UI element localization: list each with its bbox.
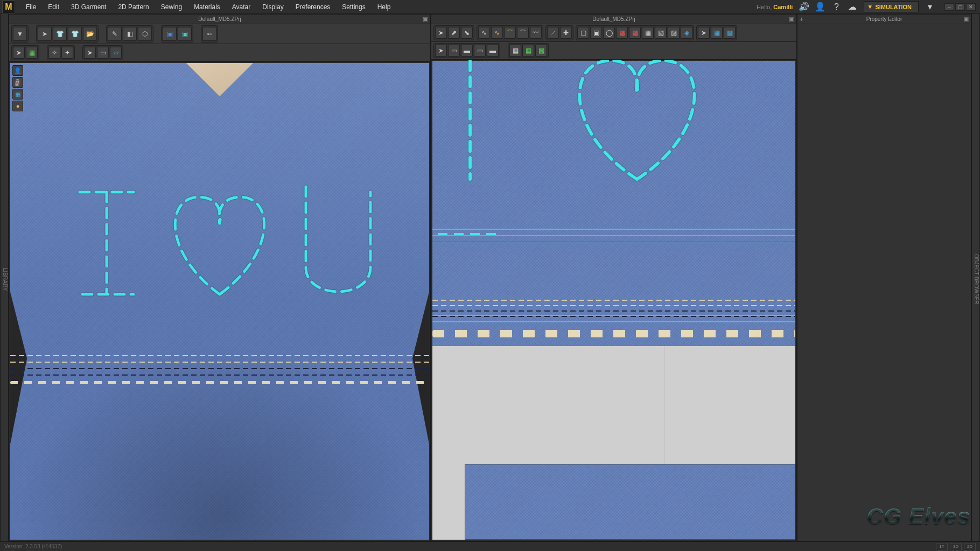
app-logo: M: [2, 1, 15, 13]
grid-line: [664, 346, 664, 464]
curve-icon[interactable]: ∿: [478, 27, 490, 39]
grid-green-icon[interactable]: ▦: [26, 47, 38, 59]
viewport-3d[interactable]: 👤 🗿 ▦ ●: [9, 62, 430, 541]
curve5-icon[interactable]: 〰: [530, 27, 542, 39]
menubar: M File Edit 3D Garment 2D Pattern Sewing…: [0, 0, 980, 14]
avatar-tool-icon[interactable]: ⬡: [138, 27, 152, 41]
box-blue-icon[interactable]: ▣: [163, 27, 177, 41]
simulation-button[interactable]: ▾ SIMULATION: [864, 1, 919, 12]
status-btn-2d[interactable]: 2D: [964, 543, 976, 550]
folder-open-icon[interactable]: 📂: [83, 27, 97, 41]
stitch-text: [64, 181, 376, 310]
tex2-icon[interactable]: ▩: [724, 27, 736, 39]
status-btn-1t[interactable]: 1T: [936, 543, 948, 550]
pattern1-icon[interactable]: ▩: [616, 27, 628, 39]
grid-c-icon[interactable]: ▩: [535, 45, 547, 56]
seam3-icon[interactable]: ▭: [474, 45, 486, 56]
plane-icon[interactable]: ▱: [110, 47, 122, 59]
sel2-icon[interactable]: ➤: [435, 45, 447, 56]
panel-prop-menu-icon[interactable]: ▣: [963, 16, 969, 23]
pattern-piece-bottom: [465, 464, 795, 540]
point-icon[interactable]: ⟋: [547, 27, 559, 39]
guide-line: [432, 315, 795, 316]
panel-property-title: + Property Editor ▣: [797, 15, 971, 24]
garment-pink-icon[interactable]: 👕: [68, 27, 82, 41]
menu-avatar[interactable]: Avatar: [227, 1, 256, 13]
pattern2-icon[interactable]: ▩: [629, 27, 641, 39]
arrow-select-icon[interactable]: ➤: [38, 27, 52, 41]
menu-edit[interactable]: Edit: [43, 1, 65, 13]
pin-icon[interactable]: ➳: [202, 27, 216, 41]
add-tab-icon[interactable]: +: [800, 16, 803, 23]
pattern4-icon[interactable]: ▧: [655, 27, 667, 39]
guide-line: [432, 235, 795, 236]
menu-materials[interactable]: Materials: [188, 1, 226, 13]
menu-3d-garment[interactable]: 3D Garment: [66, 1, 111, 13]
save-icon[interactable]: ▼: [13, 27, 27, 41]
curve4-icon[interactable]: ⌒: [517, 27, 529, 39]
library-tab[interactable]: LIBRARY: [0, 14, 9, 541]
sheet-icon[interactable]: ▭: [97, 47, 109, 59]
menu-file[interactable]: File: [20, 1, 41, 13]
menu-2d-pattern[interactable]: 2D Pattern: [113, 1, 154, 13]
user-icon[interactable]: 👤: [815, 2, 825, 12]
cursor-icon[interactable]: ➤: [84, 47, 96, 59]
object-browser-tab[interactable]: OBJECT BROWSER: [971, 14, 980, 541]
avatar-head-icon[interactable]: 🗿: [12, 77, 23, 88]
grid-a-icon[interactable]: ▦: [509, 45, 521, 56]
pattern-big-stitch: [432, 330, 795, 337]
light2-icon[interactable]: ✦: [61, 47, 73, 59]
arrow-r-icon[interactable]: ➤: [698, 27, 710, 39]
point2-icon[interactable]: ✚: [560, 27, 572, 39]
dropdown-icon[interactable]: ▾: [925, 2, 935, 12]
window-minimize-button[interactable]: –: [944, 3, 954, 11]
light-icon[interactable]: ✧: [48, 47, 60, 59]
seam2-icon[interactable]: ▬: [461, 45, 473, 56]
menu-help[interactable]: Help: [372, 1, 396, 13]
seam4-icon[interactable]: ▬: [487, 45, 499, 56]
eraser-icon[interactable]: ◧: [123, 27, 137, 41]
main-area: LIBRARY Default_MD5.ZPrj ▣ ▼ ➤ 👕 👕 📂 ✎: [0, 14, 980, 541]
box-cyan-icon[interactable]: ▣: [178, 27, 192, 41]
viewport-2d[interactable]: [431, 60, 796, 541]
toolbar-3d-row1: ▼ ➤ 👕 👕 📂 ✎ ◧ ⬡ ▣ ▣: [9, 24, 430, 44]
chevron-down-icon: ▾: [869, 3, 872, 10]
grid-b-icon[interactable]: ▦: [522, 45, 534, 56]
pattern3-icon[interactable]: ▦: [642, 27, 654, 39]
arrow-icon[interactable]: ➤: [435, 27, 447, 39]
help-icon[interactable]: ?: [831, 2, 841, 12]
avatar-show-icon[interactable]: 👤: [12, 65, 23, 76]
face-icon[interactable]: ●: [12, 101, 23, 111]
curve3-icon[interactable]: ⌒: [504, 27, 516, 39]
panel-3d-menu-icon[interactable]: ▣: [423, 16, 428, 23]
garment-green-icon[interactable]: 👕: [53, 27, 67, 41]
arrow3-icon[interactable]: ⬊: [461, 27, 473, 39]
guide-line: [432, 229, 795, 230]
select-icon[interactable]: ➤: [13, 47, 25, 59]
curve2-icon[interactable]: ∿: [491, 27, 503, 39]
version-label: Version: 2.3.53 (r14537): [4, 543, 62, 549]
window-close-button[interactable]: ✕: [966, 3, 976, 11]
sound-icon[interactable]: 🔊: [799, 2, 809, 12]
status-btn-3d[interactable]: 3D: [950, 543, 962, 550]
hello-label: Hello, Camilli: [757, 4, 793, 10]
toolbar-3d-row2: ➤ ▦ ✧ ✦ ➤ ▭ ▱: [9, 44, 430, 62]
diamond-icon[interactable]: ◈: [681, 27, 692, 39]
community-icon[interactable]: ☁: [848, 2, 857, 12]
menu-sewing[interactable]: Sewing: [156, 1, 187, 13]
tex1-icon[interactable]: ▦: [711, 27, 723, 39]
window-maximize-button[interactable]: ▢: [955, 3, 965, 11]
texture-icon[interactable]: ▦: [12, 89, 23, 100]
pen-icon[interactable]: ✎: [108, 27, 122, 41]
seam1-icon[interactable]: ▭: [448, 45, 460, 56]
menu-preferences[interactable]: Preferences: [290, 1, 336, 13]
square-icon[interactable]: ▢: [577, 27, 589, 39]
circle-icon[interactable]: ◯: [603, 27, 615, 39]
menu-settings[interactable]: Settings: [337, 1, 370, 13]
panel-2d-menu-icon[interactable]: ▣: [789, 16, 794, 23]
property-body: [797, 24, 971, 541]
arrow2-icon[interactable]: ⬈: [448, 27, 460, 39]
menu-display[interactable]: Display: [257, 1, 289, 13]
checker-icon[interactable]: ▨: [668, 27, 680, 39]
square-fill-icon[interactable]: ▣: [590, 27, 602, 39]
